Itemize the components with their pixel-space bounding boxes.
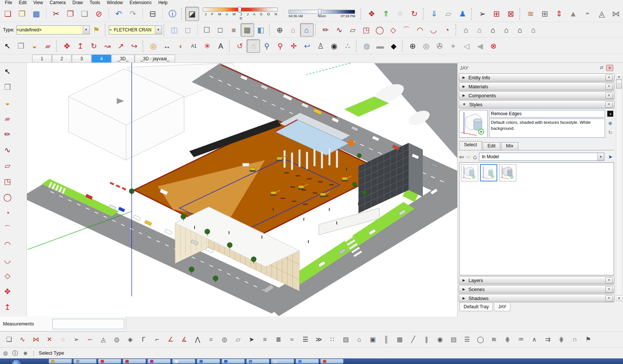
- paste-icon[interactable]: ❑: [77, 7, 92, 21]
- rotated-rectangle-tool-icon[interactable]: ◳: [360, 23, 373, 37]
- building-tool-icon[interactable]: ⌂: [353, 334, 365, 346]
- zoom-previous-icon[interactable]: ↩: [300, 39, 314, 53]
- style-item-selected[interactable]: [480, 164, 497, 181]
- spiral-tool-icon[interactable]: ◉: [434, 334, 446, 346]
- hidden-line-icon[interactable]: □: [214, 23, 227, 37]
- globe-tool-icon[interactable]: ◯: [474, 334, 486, 346]
- close-icon[interactable]: ×: [605, 74, 613, 81]
- viewport-3d-model[interactable]: [27, 63, 457, 316]
- section-plane-icon[interactable]: ⊕: [273, 23, 287, 37]
- road-tool-icon[interactable]: ⋕: [555, 334, 567, 346]
- follow-me-icon[interactable]: ↝: [101, 39, 114, 53]
- taskbar-app-icon[interactable]: [49, 359, 72, 364]
- taskbar-app-icon[interactable]: [222, 359, 245, 364]
- cross-lines-tool-icon[interactable]: ✕: [43, 334, 55, 346]
- details-arrow-icon[interactable]: ➤: [607, 153, 614, 160]
- scroll-up-icon[interactable]: ▲: [616, 74, 622, 80]
- back-arrow-icon[interactable]: ⇦: [459, 154, 464, 160]
- tab-select[interactable]: Select: [459, 141, 482, 150]
- scene-tab-3[interactable]: 3: [72, 55, 91, 62]
- redo-icon[interactable]: ↷: [126, 7, 140, 21]
- taskbar-app-icon[interactable]: [123, 359, 146, 364]
- grid-3d-tool-icon[interactable]: ⌗: [205, 334, 217, 346]
- menu-camera[interactable]: Camera: [46, 0, 69, 6]
- toolbar-grip[interactable]: [356, 40, 358, 52]
- taskbar-app-icon[interactable]: [147, 359, 171, 364]
- interact-tool-icon[interactable]: ➢: [475, 7, 489, 21]
- rotate-tool-icon[interactable]: ↻: [87, 39, 101, 53]
- platform-tool-icon[interactable]: ☰: [299, 334, 311, 346]
- stamp-icon[interactable]: ▲: [566, 7, 580, 21]
- select-tool-icon[interactable]: ↖: [1, 39, 14, 53]
- close-icon[interactable]: ×: [605, 277, 613, 284]
- close-icon[interactable]: ×: [605, 92, 613, 99]
- line-tool-icon[interactable]: ✏: [1, 127, 14, 142]
- make-component-icon[interactable]: ❒: [14, 39, 28, 53]
- close-icon[interactable]: ×: [605, 101, 613, 108]
- paint-bucket-icon[interactable]: ◒: [28, 39, 41, 53]
- protractor-icon[interactable]: ◖: [174, 39, 187, 53]
- cut-icon[interactable]: ✂: [49, 7, 63, 21]
- push-pull-icon[interactable]: ↥: [1, 300, 14, 315]
- look-around-icon[interactable]: ◉: [327, 39, 341, 53]
- measurements-input[interactable]: [52, 319, 124, 329]
- panel-header-layers[interactable]: ▶Layers×: [459, 276, 614, 284]
- house-tool-icon[interactable]: ⌂: [500, 23, 513, 37]
- make-component-icon[interactable]: ❒: [1, 80, 14, 95]
- tray-tab-default[interactable]: Default Tray: [459, 303, 493, 311]
- eraser-icon[interactable]: ▰: [1, 111, 14, 126]
- menu-view[interactable]: View: [30, 0, 46, 6]
- toolbar-grip[interactable]: [360, 8, 362, 20]
- sandbox-from-contours-icon[interactable]: ≋: [523, 7, 538, 21]
- save-icon[interactable]: ▦: [29, 7, 43, 21]
- zoom-window-icon[interactable]: ⚲: [274, 39, 287, 53]
- flip-edge-icon[interactable]: ⋈: [609, 7, 623, 21]
- line-tool-icon[interactable]: ✏: [319, 23, 333, 37]
- circle-tool-icon[interactable]: ◯: [373, 23, 387, 37]
- panel-header-shadows[interactable]: ▶Shadows×: [459, 294, 614, 302]
- styles-list[interactable]: [459, 162, 614, 275]
- walk-tool-icon[interactable]: ∴: [341, 39, 354, 53]
- secondary-pane-icon[interactable]: ＋: [607, 111, 613, 117]
- freehand-tool-icon[interactable]: ∿: [333, 23, 346, 37]
- two-point-arc-tool-icon[interactable]: ◠: [413, 23, 427, 37]
- new-icon[interactable]: ❏: [1, 7, 15, 21]
- tab-edit[interactable]: Edit: [483, 142, 501, 150]
- menu-file[interactable]: File: [1, 0, 15, 6]
- chevrons-tool-icon[interactable]: ≫: [313, 334, 325, 346]
- move-tool-icon[interactable]: ✥: [1, 284, 14, 299]
- orbit-tool-icon[interactable]: ↺: [233, 39, 247, 53]
- taskbar-app-icon[interactable]: [320, 359, 343, 364]
- style-item[interactable]: [499, 164, 516, 181]
- stack-tool-icon[interactable]: ≡: [259, 334, 271, 346]
- component-attributes-icon[interactable]: ⊠: [504, 7, 518, 21]
- sandbox-from-scratch-icon[interactable]: ⊞: [538, 7, 552, 21]
- date-slider-handle[interactable]: [238, 7, 241, 13]
- arc-tool-icon[interactable]: ⌒: [1, 221, 14, 236]
- scene-tab-_3D - jayvaai_[interactable]: _3D - jayvaai_: [135, 55, 175, 62]
- house-tool-icon[interactable]: ⌂: [527, 23, 540, 37]
- columns-tool-icon[interactable]: ║: [380, 334, 392, 346]
- paint-bucket-icon[interactable]: ◒: [1, 95, 14, 110]
- camera-select-icon[interactable]: ⌖: [446, 39, 460, 53]
- section-cut-icon[interactable]: ⌂: [300, 23, 314, 37]
- push-pull-icon[interactable]: ↥: [74, 39, 87, 53]
- truss-tool-icon[interactable]: ∧: [528, 334, 540, 346]
- text-tool-icon[interactable]: A1: [187, 39, 201, 53]
- credits-icon[interactable]: ⓘ: [12, 350, 18, 356]
- tray-scrollbar[interactable]: ▲ ≡ ▼: [616, 73, 622, 302]
- arch-tool-icon[interactable]: ∩: [569, 334, 581, 346]
- monochrome-icon[interactable]: ◧: [254, 23, 268, 37]
- ripple-tool-icon[interactable]: ≋: [488, 334, 500, 346]
- three-point-arc-tool-icon[interactable]: ◡: [1, 253, 14, 267]
- circle-tool-icon[interactable]: ◯: [1, 190, 14, 205]
- three-point-arc-tool-icon[interactable]: ◡: [427, 23, 440, 37]
- taskbar-app-icon[interactable]: [73, 359, 97, 364]
- pyramid-tool-icon[interactable]: ◬: [97, 334, 109, 346]
- toolbar-grip[interactable]: [269, 24, 271, 36]
- taskbar-app-icon[interactable]: [296, 359, 319, 364]
- polygon-tool-icon[interactable]: ◇: [387, 23, 400, 37]
- rail-tool-icon[interactable]: ⋕: [501, 334, 513, 346]
- shaded-with-textures-icon[interactable]: ▩: [241, 23, 254, 37]
- lock-camera-icon[interactable]: ✇: [433, 39, 446, 53]
